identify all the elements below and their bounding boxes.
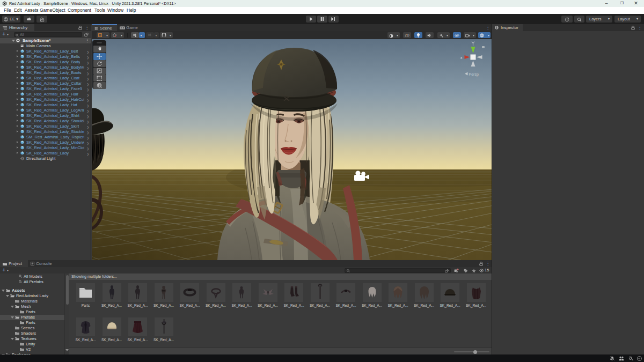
svg-text:Persp: Persp — [469, 72, 479, 77]
